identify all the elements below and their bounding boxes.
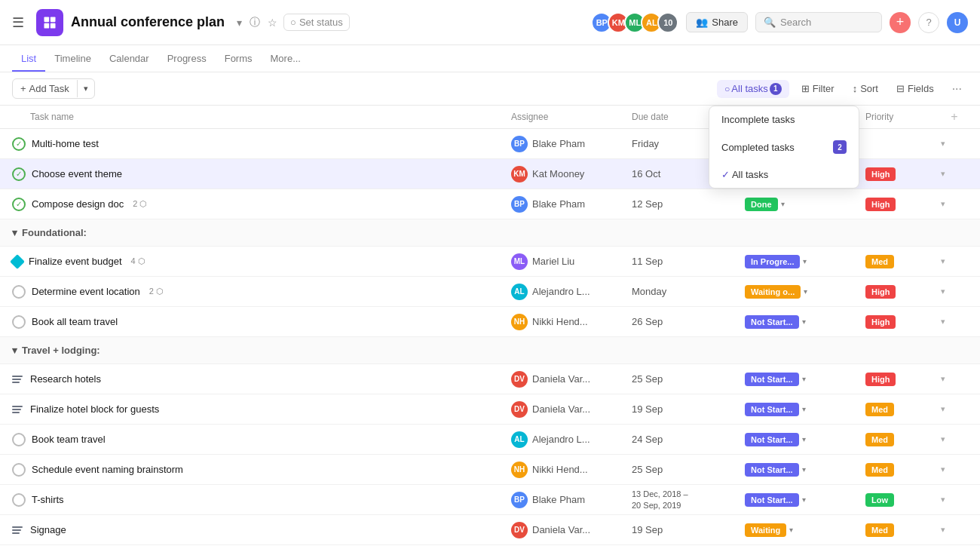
task-check[interactable]: ✓ [12,167,26,181]
row-expand[interactable]: ▾ [941,495,968,505]
more-button[interactable]: ··· [946,79,968,99]
row-expand[interactable]: ▾ [941,139,968,149]
task-name-cell: Schedule event naming brainstorm [12,457,511,483]
check-icon: ✓ [721,169,732,180]
fields-button[interactable]: ⊟ Fields [890,80,940,97]
task-name: Compose design doc [32,198,124,210]
row-expand[interactable]: ▾ [941,199,968,209]
set-status-button[interactable]: ○ Set status [283,14,350,31]
table-row[interactable]: T-shirts BP Blake Pham 13 Dec, 2018 –20 … [0,485,980,515]
status-arrow[interactable]: ▾ [802,435,806,443]
row-expand[interactable]: ▾ [941,404,968,414]
table-row[interactable]: Book all team travel NH Nikki Hend... 26… [0,307,980,337]
table-row[interactable]: Signage DV Daniela Var... 19 Sep Waiting… [0,515,980,545]
status-arrow[interactable]: ▾ [802,405,806,413]
status-badge[interactable]: Waiting [745,523,786,537]
status-badge[interactable]: Done [745,198,778,211]
table-row[interactable]: Finalize hotel block for guests DV Danie… [0,394,980,425]
priority-badge[interactable]: High [865,198,896,211]
status-badge[interactable]: Not Start... [745,493,799,507]
assignee-name: Alejandro L... [532,434,590,445]
status-badge[interactable]: Waiting o... [745,285,801,299]
dropdown-item-incomplete[interactable]: Incomplete tasks [709,106,859,133]
tab-timeline[interactable]: Timeline [45,47,100,72]
status-arrow[interactable]: ▾ [802,495,806,504]
assignee-cell: DV Daniela Var... [511,401,632,418]
share-button[interactable]: 👥 Share [686,12,748,32]
add-task-dropdown[interactable]: ▾ [77,80,94,97]
table-row[interactable]: Book team travel AL Alejandro L... 24 Se… [0,425,980,455]
status-arrow[interactable]: ▾ [803,257,807,265]
row-expand[interactable]: ▾ [941,525,968,535]
sort-button[interactable]: ↕ Sort [847,80,884,97]
row-expand[interactable]: ▾ [941,374,968,384]
status-arrow[interactable]: ▾ [804,287,807,296]
tab-more[interactable]: More... [262,47,310,72]
table-row[interactable]: Research hotels DV Daniela Var... 25 Sep… [0,364,980,394]
table-row[interactable]: Determine event location 2 ⬡ AL Alejandr… [0,277,980,307]
task-check[interactable] [12,433,26,446]
info-icon[interactable]: ⓘ [248,14,262,31]
priority-badge[interactable]: Med [865,433,894,446]
status-badge[interactable]: Not Start... [745,403,799,416]
add-task-main[interactable]: + Add Task [13,79,77,98]
assignee-cell: ML Mariel Liu [511,253,632,270]
priority-badge[interactable]: Med [865,523,894,537]
tab-forms[interactable]: Forms [216,47,262,72]
filter-badge: 1 [770,83,782,95]
task-check[interactable]: ✓ [12,137,26,151]
add-column[interactable]: + [941,110,968,124]
row-expand[interactable]: ▾ [941,287,968,296]
dropdown-item-all[interactable]: ✓ All tasks [709,161,859,188]
all-tasks-filter[interactable]: ○ All tasks 1 [717,80,789,98]
search-bar[interactable]: 🔍 Search [755,12,882,32]
task-check[interactable] [12,463,26,477]
priority-cell: High [865,167,941,181]
table-row[interactable]: ✓ Compose design doc 2 ⬡ BP Blake Pham 1… [0,189,980,219]
status-badge[interactable]: In Progre... [745,255,800,268]
add-task-button[interactable]: + Add Task ▾ [12,78,95,99]
task-check[interactable]: ✓ [12,198,26,211]
task-check[interactable] [12,285,26,299]
priority-badge[interactable]: High [865,315,896,329]
row-expand[interactable]: ▾ [941,256,968,266]
priority-badge[interactable]: Med [865,403,894,416]
status-arrow[interactable]: ▾ [802,465,806,474]
help-button[interactable]: ? [918,12,939,33]
status-arrow[interactable]: ▾ [802,317,806,326]
table-row[interactable]: Design landing page NH Nikki Hend... 26 … [0,545,980,549]
filter-button[interactable]: ⊞ Filter [795,80,841,97]
status-arrow[interactable]: ▾ [789,526,793,534]
hamburger-icon[interactable]: ☰ [12,14,24,31]
star-icon[interactable]: ☆ [266,15,279,30]
task-check[interactable] [12,315,26,329]
row-expand[interactable]: ▾ [941,465,968,474]
dropdown-item-completed[interactable]: Completed tasks 2 [709,133,859,161]
priority-badge[interactable]: Med [865,463,894,477]
status-badge[interactable]: Not Start... [745,373,799,386]
status-arrow[interactable]: ▾ [802,375,806,383]
priority-badge[interactable]: High [865,373,896,386]
add-button[interactable]: + [890,12,911,33]
status-badge[interactable]: Not Start... [745,433,799,446]
priority-badge[interactable]: Med [865,255,894,268]
priority-badge[interactable]: High [865,285,896,299]
row-expand[interactable]: ▾ [941,169,968,179]
priority-badge[interactable]: Low [865,493,894,507]
status-badge[interactable]: Not Start... [745,463,799,477]
tab-calendar[interactable]: Calendar [100,47,158,72]
user-avatar[interactable]: U [947,12,968,33]
task-check[interactable] [12,493,26,507]
task-name: Choose event theme [32,168,122,179]
row-expand[interactable]: ▾ [941,317,968,327]
status-arrow[interactable]: ▾ [781,200,785,208]
tab-progress[interactable]: Progress [158,47,216,72]
dropdown-icon[interactable]: ▾ [235,15,243,30]
priority-badge[interactable]: High [865,167,896,181]
svg-rect-2 [44,23,50,28]
table-row[interactable]: Finalize event budget 4 ⬡ ML Mariel Liu … [0,247,980,277]
status-badge[interactable]: Not Start... [745,315,799,329]
row-expand[interactable]: ▾ [941,434,968,444]
table-row[interactable]: Schedule event naming brainstorm NH Nikk… [0,455,980,485]
tab-list[interactable]: List [12,47,45,72]
